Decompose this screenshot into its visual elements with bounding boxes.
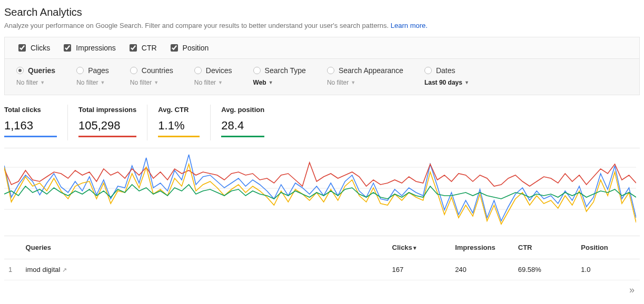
learn-more-link[interactable]: Learn more.	[391, 22, 428, 29]
col-ctr[interactable]: CTR	[514, 236, 577, 259]
metric-checkbox-ctr[interactable]: CTR	[127, 43, 157, 53]
kpi-avg_position: Avg. position28.4	[210, 105, 275, 140]
dimension-countries[interactable]: CountriesNo filter▼	[130, 66, 173, 86]
page-title: Search Analytics	[4, 6, 640, 18]
chart-grid	[4, 167, 636, 209]
cell-ctr: 69.58%	[514, 259, 577, 280]
dimension-filter-label: Last 90 days	[424, 79, 462, 86]
radio-icon	[424, 67, 432, 74]
kpi-total_impressions: Total impressions105,298	[67, 105, 147, 140]
cell-query: imod digital↗	[22, 259, 388, 280]
metric-checkbox-position[interactable]: Position	[169, 43, 209, 53]
chevron-down-icon: ▼	[351, 80, 355, 85]
radio-icon	[130, 67, 137, 74]
chevron-down-icon: ▼	[40, 80, 45, 85]
kpi-label: Avg. position	[221, 106, 264, 114]
dimension-filter-label: Web	[253, 79, 266, 86]
dimension-queries[interactable]: QueriesNo filter▼	[16, 66, 55, 86]
kpi-label: Total clicks	[4, 106, 57, 114]
dimension-filter-search_type[interactable]: Web▼	[253, 79, 306, 86]
kpi-value: 28.4	[221, 119, 264, 133]
external-link-icon[interactable]: ↗	[62, 267, 67, 273]
kpi-row: Total clicks1,163Total impressions105,29…	[4, 105, 640, 140]
dimension-filter-queries[interactable]: No filter▼	[16, 79, 55, 86]
checkbox-position[interactable]	[171, 44, 178, 52]
dimension-filter-devices[interactable]: No filter▼	[194, 79, 232, 86]
dimension-label: Search Appearance	[339, 66, 403, 75]
kpi-value: 105,298	[78, 119, 136, 133]
col-clicks[interactable]: Clicks▼	[388, 236, 451, 259]
table-row[interactable]: 1imod digital↗16724069.58%1.0	[4, 259, 640, 280]
dimension-filter-search_appearance[interactable]: No filter▼	[327, 79, 403, 86]
kpi-underline	[78, 136, 136, 137]
dimension-radio-countries[interactable]: Countries	[130, 66, 173, 75]
radio-icon	[76, 67, 84, 74]
kpi-label: Avg. CTR	[158, 106, 200, 114]
cell-impressions: 240	[451, 259, 514, 280]
dimension-label: Queries	[28, 66, 55, 75]
metric-checkbox-impressions[interactable]: Impressions	[62, 43, 115, 53]
dimension-search_appearance[interactable]: Search AppearanceNo filter▼	[327, 66, 403, 86]
dimension-filter-label: No filter	[327, 79, 349, 86]
kpi-avg_ctr: Avg. CTR1.1%	[147, 105, 210, 140]
chevron-down-icon: ▼	[269, 80, 273, 85]
checkbox-impressions[interactable]	[64, 44, 71, 52]
kpi-underline	[158, 136, 200, 137]
dimension-dates[interactable]: DatesLast 90 days▼	[424, 66, 469, 86]
series-impressions	[4, 163, 636, 186]
metric-label-position: Position	[183, 44, 209, 52]
cell-clicks: 167	[388, 259, 451, 280]
sort-desc-icon: ▼	[412, 245, 418, 251]
dimension-radio-pages[interactable]: Pages	[76, 66, 109, 75]
chevron-down-icon: ▼	[464, 80, 469, 85]
dimension-radio-dates[interactable]: Dates	[424, 66, 469, 75]
metric-checkbox-row: ClicksImpressionsCTRPosition	[5, 37, 639, 59]
dimension-label: Devices	[206, 66, 232, 75]
dimension-filter-dates[interactable]: Last 90 days▼	[424, 79, 469, 86]
radio-icon	[327, 67, 334, 74]
dimension-pages[interactable]: PagesNo filter▼	[76, 66, 109, 86]
chevron-down-icon: ▼	[100, 80, 105, 85]
next-page-button[interactable]: »	[624, 280, 640, 300]
dimension-filter-label: No filter	[16, 79, 38, 86]
metric-checkbox-clicks[interactable]: Clicks	[16, 43, 50, 53]
filter-panel: ClicksImpressionsCTRPosition QueriesNo f…	[4, 37, 640, 95]
metric-label-impressions: Impressions	[76, 44, 115, 52]
chevron-down-icon: ▼	[154, 80, 158, 85]
line-chart	[4, 151, 636, 230]
cell-index: 1	[4, 259, 22, 280]
dimension-devices[interactable]: DevicesNo filter▼	[194, 66, 232, 86]
dimension-label: Search Type	[265, 66, 306, 75]
dimension-radio-queries[interactable]: Queries	[16, 66, 55, 75]
col-position[interactable]: Position	[577, 236, 640, 259]
col-queries[interactable]: Queries	[22, 236, 388, 259]
series-clicks	[4, 155, 636, 221]
dimension-label: Pages	[88, 66, 109, 75]
dimension-radio-search_type[interactable]: Search Type	[253, 66, 306, 75]
dimension-filter-countries[interactable]: No filter▼	[130, 79, 173, 86]
dimension-radio-search_appearance[interactable]: Search Appearance	[327, 66, 403, 75]
checkbox-ctr[interactable]	[130, 44, 137, 52]
subtitle-text: Analyze your performance on Google Searc…	[4, 22, 389, 29]
col-impressions[interactable]: Impressions	[451, 236, 514, 259]
dimension-filter-label: No filter	[130, 79, 152, 86]
cell-position: 1.0	[577, 259, 640, 280]
dimension-filter-label: No filter	[194, 79, 216, 86]
metric-label-ctr: CTR	[142, 44, 157, 52]
col-index	[4, 236, 22, 259]
dimension-filter-pages[interactable]: No filter▼	[76, 79, 109, 86]
dimension-label: Dates	[436, 66, 455, 75]
kpi-label: Total impressions	[78, 106, 136, 114]
radio-icon	[16, 67, 24, 74]
radio-icon	[253, 67, 261, 74]
dimension-search_type[interactable]: Search TypeWeb▼	[253, 66, 306, 86]
dimension-radio-devices[interactable]: Devices	[194, 66, 232, 75]
dimension-label: Countries	[142, 66, 173, 75]
chart-container	[4, 148, 640, 230]
metric-label-clicks: Clicks	[31, 44, 50, 52]
checkbox-clicks[interactable]	[18, 44, 26, 52]
results-table: Queries Clicks▼ Impressions CTR Position…	[4, 236, 640, 280]
dimension-filter-label: No filter	[76, 79, 98, 86]
radio-icon	[194, 67, 202, 74]
kpi-underline	[4, 136, 57, 137]
